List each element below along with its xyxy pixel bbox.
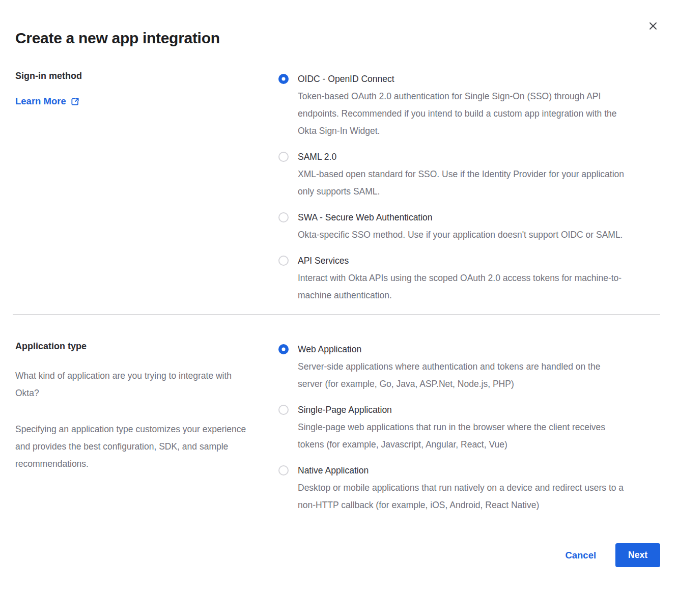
radio-button-icon[interactable] xyxy=(278,152,289,162)
application-type-label: Application type xyxy=(15,341,258,352)
option-label[interactable]: Single-Page Application xyxy=(298,401,626,418)
learn-more-link[interactable]: Learn More xyxy=(15,96,79,107)
radio-option-web-application[interactable]: Web Application Server-side applications… xyxy=(278,341,642,393)
option-description: Okta-specific SSO method. Use if your ap… xyxy=(298,226,623,243)
option-description: Server-side applications where authentic… xyxy=(298,358,626,393)
radio-option-oidc[interactable]: OIDC - OpenID Connect Token-based OAuth … xyxy=(278,70,642,139)
radio-button-icon[interactable] xyxy=(278,212,289,222)
radio-option-saml[interactable]: SAML 2.0 XML-based open standard for SSO… xyxy=(278,148,642,200)
option-description: Desktop or mobile applications that run … xyxy=(298,479,626,514)
dialog-title: Create a new app integration xyxy=(15,0,660,47)
application-type-question: What kind of application are you trying … xyxy=(15,367,255,402)
radio-option-api-services[interactable]: API Services Interact with Okta APIs usi… xyxy=(278,252,642,304)
option-description: Interact with Okta APIs using the scoped… xyxy=(298,269,626,304)
learn-more-label: Learn More xyxy=(15,96,66,107)
option-label[interactable]: Native Application xyxy=(298,462,626,479)
option-description: Token-based OAuth 2.0 authentication for… xyxy=(298,88,626,139)
section-divider xyxy=(13,314,660,315)
create-app-integration-dialog: Create a new app integration Sign-in met… xyxy=(0,0,678,616)
radio-option-swa[interactable]: SWA - Secure Web Authentication Okta-spe… xyxy=(278,209,642,243)
option-description: XML-based open standard for SSO. Use if … xyxy=(298,165,626,200)
signin-method-label: Sign-in method xyxy=(15,70,258,81)
option-label[interactable]: SAML 2.0 xyxy=(298,148,626,165)
application-type-section: Application type What kind of applicatio… xyxy=(15,341,660,514)
external-link-icon xyxy=(71,97,79,106)
radio-button-selected-icon[interactable] xyxy=(278,344,289,354)
radio-option-single-page-application[interactable]: Single-Page Application Single-page web … xyxy=(278,401,642,453)
option-label[interactable]: API Services xyxy=(298,252,626,269)
dialog-footer: Cancel Next xyxy=(15,543,660,567)
radio-button-selected-icon[interactable] xyxy=(278,74,289,84)
cancel-button[interactable]: Cancel xyxy=(565,550,596,561)
application-type-help-text: Specifying an application type customize… xyxy=(15,421,255,472)
close-icon[interactable] xyxy=(647,20,659,32)
next-button[interactable]: Next xyxy=(615,543,660,567)
option-description: Single-page web applications that run in… xyxy=(298,418,626,453)
radio-button-icon[interactable] xyxy=(278,465,289,475)
radio-option-native-application[interactable]: Native Application Desktop or mobile app… xyxy=(278,462,642,514)
signin-method-section: Sign-in method Learn More xyxy=(15,70,660,304)
radio-button-icon[interactable] xyxy=(278,256,289,266)
radio-button-icon[interactable] xyxy=(278,405,289,415)
option-label[interactable]: SWA - Secure Web Authentication xyxy=(298,209,623,226)
option-label[interactable]: Web Application xyxy=(298,341,626,358)
option-label[interactable]: OIDC - OpenID Connect xyxy=(298,70,626,88)
